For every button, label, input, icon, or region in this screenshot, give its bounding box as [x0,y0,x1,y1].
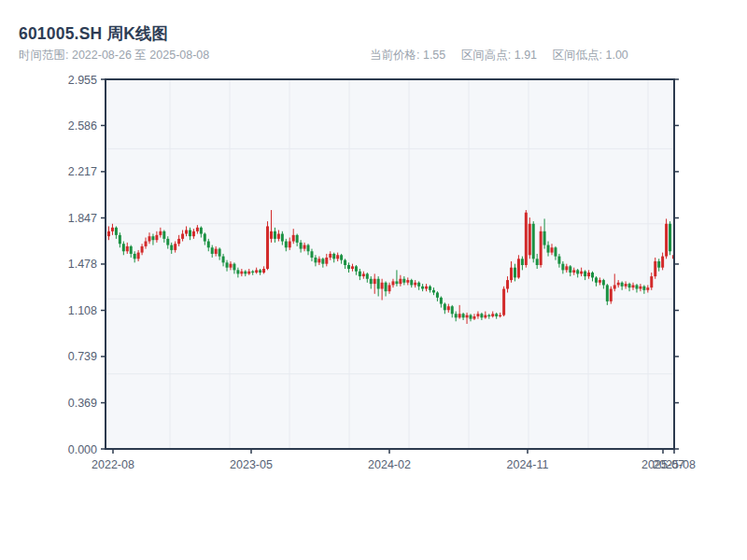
candle-body [207,242,210,248]
candle-body [470,315,472,319]
candle-body [148,236,150,241]
candle-body [314,258,317,262]
candle-body [517,259,520,277]
candle-body [189,230,191,236]
candle-body [270,231,273,239]
candle-body [440,298,443,304]
candle-body [621,283,624,287]
candle-body [502,288,505,315]
candle-body [325,258,328,264]
candle-body [587,273,590,276]
candle-body [646,287,649,290]
current-price-stat: 当前价格: 1.55 [370,49,445,62]
candle-body [115,228,118,235]
y-tick-label: 2.217 [68,165,97,178]
candle-body [347,265,350,269]
candle-body [576,270,579,273]
candle-body [200,228,203,234]
x-tick-label: 2024-11 [507,458,549,471]
range-high-stat: 区间高点: 1.91 [461,49,537,62]
candle-body [635,285,638,288]
candle-body [281,234,284,242]
candle-body [289,242,291,248]
candle-body [310,251,313,258]
candle-body [525,213,528,265]
candle-body [557,257,560,264]
candle-body [329,254,331,258]
candle-body [111,228,114,231]
candle-body [462,314,465,317]
candle-body [639,287,641,289]
candle-body [595,277,598,282]
candle-body [599,280,601,283]
candle-body [414,283,416,286]
candle-body [665,224,668,257]
candle-body [569,266,571,273]
candle-body [451,306,454,314]
candle-body [137,253,140,259]
candle-body [229,264,232,268]
candle-body [385,283,388,291]
candle-body [285,242,288,248]
candle-body [472,316,475,319]
candle-body [657,261,660,268]
candle-body [421,287,424,289]
y-tick-label: 1.478 [68,258,97,271]
candle-body [215,249,218,254]
candle-body [122,244,125,251]
candle-body [370,279,373,284]
candle-body [236,270,239,273]
candle-body [432,290,435,293]
y-tick-label: 0.369 [68,397,97,410]
candle-body [359,272,361,276]
candle-body [650,276,653,287]
candle-body [340,255,343,259]
candle-body [296,235,299,243]
candle-body [540,231,543,265]
candle-body [417,283,420,287]
candle-body [119,235,121,244]
candle-body [406,280,409,283]
price-stats: 当前价格: 1.55 区间高点: 1.91 区间低点: 1.00 [370,48,641,63]
candle-body [336,255,339,259]
candle-body [487,315,490,316]
candle-body [602,280,605,285]
candle-body [572,270,575,273]
candle-body [584,272,586,276]
candle-body [395,281,398,284]
candle-body [303,245,306,249]
candle-body [628,284,631,287]
candle-body [332,254,335,259]
candle-body [155,235,158,240]
candle-body [159,231,162,235]
candle-body [218,249,221,257]
candle-body [244,272,247,274]
candle-body [642,287,645,290]
candle-body [391,281,394,285]
candle-body [126,246,129,251]
candle-body [466,315,469,318]
candle-body [211,247,214,254]
candle-body [181,234,184,239]
candle-body [317,259,320,262]
candle-body [162,231,165,239]
candle-body [196,228,199,231]
y-tick-label: 2.955 [68,74,97,87]
candle-body [610,288,613,301]
candle-body [543,231,546,245]
candle-body [240,272,243,274]
candle-body [532,224,535,259]
candle-body [554,247,557,256]
candle-body [222,257,225,263]
candle-body [613,285,616,288]
candle-body [374,279,376,284]
candlestick-chart: 0.0000.3690.7391.1081.4781.8472.2172.586… [0,0,747,560]
candle-body [499,315,501,316]
candle-body [399,279,402,284]
candle-body [480,314,483,317]
y-tick-label: 1.108 [68,304,97,317]
candle-body [410,280,413,285]
candle-body [185,230,188,233]
candle-body [274,231,276,239]
candle-body [377,279,380,289]
